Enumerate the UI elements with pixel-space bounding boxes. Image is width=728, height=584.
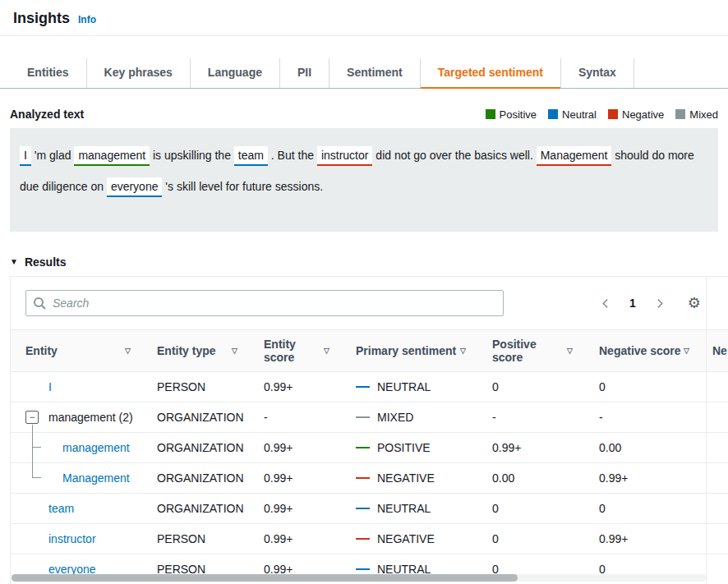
sort-icon[interactable]: ▽ bbox=[460, 347, 474, 355]
negative-swatch-icon bbox=[608, 109, 618, 119]
table-row[interactable]: I PERSON 0.99+ NEUTRAL 0 0 bbox=[11, 372, 728, 402]
expand-caret-icon: ▼ bbox=[10, 257, 18, 266]
table-row[interactable]: team ORGANIZATION 0.99+ NEUTRAL 0 0 bbox=[11, 494, 728, 524]
entity-type-cell: PERSON bbox=[147, 524, 254, 554]
search-input[interactable] bbox=[25, 290, 504, 316]
positive-score-cell: 0.99+ bbox=[482, 433, 589, 463]
entity-score-cell: 0.99+ bbox=[254, 372, 346, 402]
entity-score-cell: 0.99+ bbox=[254, 463, 346, 494]
sentiment-line-icon bbox=[356, 508, 370, 509]
entity-link[interactable]: Management bbox=[62, 471, 130, 485]
results-label: Results bbox=[25, 255, 67, 269]
negative-score-cell: 0 bbox=[589, 494, 706, 524]
collapse-group-button[interactable]: − bbox=[25, 411, 39, 424]
page-number[interactable]: 1 bbox=[629, 297, 636, 310]
page-title: Insights bbox=[13, 10, 70, 27]
entity-score-cell: 0.99+ bbox=[254, 524, 346, 554]
tab-entities[interactable]: Entities bbox=[10, 58, 87, 88]
column-header-entity[interactable]: Entity▽ bbox=[11, 330, 147, 372]
positive-swatch-icon bbox=[486, 109, 495, 119]
gear-icon: ⚙ bbox=[688, 295, 701, 311]
entity-score-cell: 0.99+ bbox=[254, 433, 346, 463]
sentiment-line-icon bbox=[356, 568, 370, 570]
entity-link[interactable]: instructor bbox=[48, 532, 96, 545]
next-page-button[interactable] bbox=[652, 297, 666, 310]
sentiment-label: POSITIVE bbox=[377, 441, 431, 454]
tab-pii[interactable]: PII bbox=[280, 58, 329, 88]
table-row[interactable]: − management (2) ORGANIZATION - MIXED - … bbox=[11, 402, 728, 433]
results-table-card: 1 ⚙ Entity▽ Entity type▽ Entity score▽ P… bbox=[10, 276, 728, 584]
entity-score-cell: - bbox=[254, 402, 346, 433]
neutral-score-cell bbox=[706, 463, 728, 494]
table-row[interactable]: Management ORGANIZATION 0.99+ NEGATIVE 0… bbox=[11, 463, 728, 494]
neutral-score-cell bbox=[706, 554, 728, 584]
entity-link[interactable]: management bbox=[62, 441, 130, 454]
sort-icon[interactable]: ▽ bbox=[567, 347, 581, 355]
text-segment: 's skill level for future sessions. bbox=[162, 180, 323, 193]
positive-score-cell: 0.00 bbox=[482, 463, 589, 494]
sentiment-line-icon bbox=[356, 447, 370, 448]
sort-icon[interactable]: ▽ bbox=[324, 347, 338, 355]
legend-item-mixed: Mixed bbox=[675, 108, 718, 121]
legend-label: Negative bbox=[622, 108, 664, 121]
tab-key-phrases[interactable]: Key phrases bbox=[87, 58, 191, 88]
entity-link[interactable]: I bbox=[48, 380, 52, 393]
neutral-score-cell bbox=[706, 402, 728, 433]
neutral-score-cell bbox=[706, 433, 728, 463]
table-row[interactable]: management ORGANIZATION 0.99+ POSITIVE 0… bbox=[11, 433, 728, 463]
previous-page-button[interactable] bbox=[599, 297, 613, 310]
sentiment-label: NEUTRAL bbox=[377, 380, 431, 393]
entity-type-cell: ORGANIZATION bbox=[147, 433, 254, 463]
positive-score-cell: 0 bbox=[482, 524, 589, 554]
entity-highlight: team bbox=[234, 146, 268, 166]
tree-connector-icon bbox=[32, 462, 41, 478]
legend-label: Positive bbox=[500, 108, 537, 121]
tab-syntax[interactable]: Syntax bbox=[561, 58, 634, 88]
text-segment: did not go over the basics well. bbox=[372, 149, 536, 162]
column-header-primary-sentiment[interactable]: Primary sentiment▽ bbox=[346, 330, 482, 372]
column-header-entity-type[interactable]: Entity type▽ bbox=[147, 330, 254, 372]
tab-language[interactable]: Language bbox=[191, 58, 280, 88]
info-link[interactable]: Info bbox=[78, 14, 96, 25]
mixed-swatch-icon bbox=[675, 109, 685, 119]
text-segment: is upskilling the bbox=[150, 149, 234, 162]
page-header: Insights Info bbox=[0, 0, 728, 36]
negative-score-cell: 0.99+ bbox=[589, 463, 706, 494]
analyzed-text-label: Analyzed text bbox=[10, 108, 84, 121]
legend-label: Mixed bbox=[689, 108, 718, 121]
column-divider bbox=[706, 277, 707, 584]
negative-score-cell: 0.00 bbox=[589, 433, 706, 463]
settings-button[interactable]: ⚙ bbox=[688, 296, 701, 310]
negative-score-cell: - bbox=[589, 402, 706, 433]
sentiment-line-icon bbox=[356, 416, 370, 418]
positive-score-cell: 0 bbox=[482, 372, 589, 402]
entity-type-cell: ORGANIZATION bbox=[147, 494, 254, 524]
column-header-negative-score[interactable]: Negative score▽ bbox=[589, 330, 706, 372]
entity-link[interactable]: team bbox=[48, 502, 74, 515]
chevron-right-icon bbox=[654, 298, 665, 309]
search-icon bbox=[33, 297, 46, 310]
tree-connector-icon bbox=[32, 432, 41, 448]
column-header-neutral-score[interactable]: Ne bbox=[706, 330, 728, 372]
legend-item-neutral: Neutral bbox=[548, 108, 597, 121]
tab-sentiment[interactable]: Sentiment bbox=[329, 58, 421, 88]
pagination: 1 ⚙ bbox=[599, 296, 701, 310]
horizontal-scrollbar-thumb[interactable] bbox=[12, 574, 518, 582]
sort-icon[interactable]: ▽ bbox=[684, 347, 698, 355]
analyzed-text-box: I 'm glad management is upskilling the t… bbox=[10, 128, 718, 232]
table-toolbar: 1 ⚙ bbox=[11, 277, 728, 329]
positive-score-cell: 0 bbox=[482, 494, 589, 524]
entity-type-cell: PERSON bbox=[147, 372, 254, 402]
column-header-entity-score[interactable]: Entity score▽ bbox=[254, 330, 346, 372]
table-row[interactable]: instructor PERSON 0.99+ NEGATIVE 0 0.99+ bbox=[11, 524, 728, 554]
results-section-toggle[interactable]: ▼ Results bbox=[10, 255, 718, 269]
sentiment-label: NEUTRAL bbox=[377, 502, 431, 515]
sort-icon[interactable]: ▽ bbox=[232, 347, 246, 355]
sort-icon[interactable]: ▽ bbox=[125, 347, 139, 355]
tab-targeted-sentiment[interactable]: Targeted sentiment bbox=[421, 58, 561, 88]
sentiment-line-icon bbox=[356, 477, 370, 479]
entity-highlight: instructor bbox=[317, 146, 373, 166]
column-header-positive-score[interactable]: Positive score▽ bbox=[482, 330, 589, 372]
tree-line bbox=[32, 448, 33, 463]
sentiment-label: MIXED bbox=[377, 411, 413, 424]
